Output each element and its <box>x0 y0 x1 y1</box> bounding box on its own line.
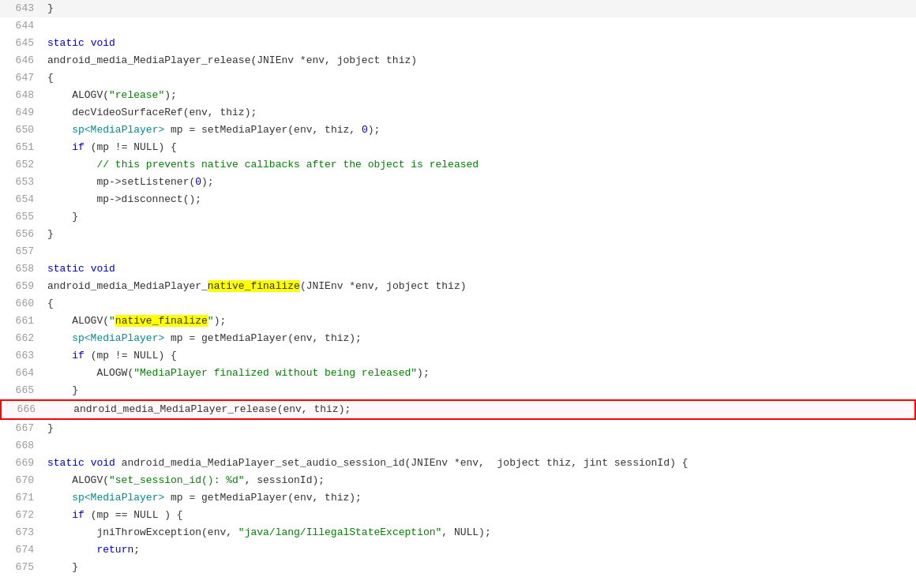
line-num-663: 663 <box>0 347 43 365</box>
line-content-675: } <box>43 559 78 576</box>
code-line-656: 656 } <box>0 226 916 243</box>
code-line-658: 658 static void <box>0 260 916 278</box>
line-content-656: } <box>43 226 54 243</box>
line-num-669: 669 <box>0 455 43 472</box>
line-content-654: mp->disconnect(); <box>43 191 201 208</box>
code-line-646: 646 android_media_MediaPlayer_release(JN… <box>0 52 916 69</box>
code-viewer: 643 } 644 645 static void 646 android_me… <box>0 0 916 588</box>
line-num-672: 672 <box>0 507 43 524</box>
code-line-670: 670 ALOGV("set_session_id(): %d", sessio… <box>0 472 916 489</box>
line-num-652: 652 <box>0 156 43 174</box>
line-num-675: 675 <box>0 559 43 576</box>
line-content-660: { <box>43 295 54 313</box>
line-num-647: 647 <box>0 69 43 87</box>
code-line-657: 657 <box>0 243 916 260</box>
line-content-661: ALOGV("native_finalize"); <box>43 313 226 330</box>
code-line-667: 667 } <box>0 420 916 437</box>
line-content-664: ALOGW("MediaPlayer finalized without bei… <box>43 365 430 382</box>
code-line-665: 665 } <box>0 382 916 399</box>
line-num-644: 644 <box>0 17 43 35</box>
line-content-646: android_media_MediaPlayer_release(JNIEnv… <box>43 52 417 69</box>
line-content-652: // this prevents native callbacks after … <box>43 156 479 174</box>
code-line-664: 664 ALOGW("MediaPlayer finalized without… <box>0 365 916 382</box>
line-content-672: if (mp == NULL ) { <box>43 507 183 524</box>
line-num-646: 646 <box>0 52 43 69</box>
line-content-655: } <box>43 208 78 226</box>
line-content-669: static void android_media_MediaPlayer_se… <box>43 455 688 472</box>
line-content-662: sp<MediaPlayer> mp = getMediaPlayer(env,… <box>43 330 362 347</box>
line-content-653: mp->setListener(0); <box>43 174 214 191</box>
code-line-659: 659 android_media_MediaPlayer_native_fin… <box>0 278 916 295</box>
line-num-670: 670 <box>0 472 43 489</box>
line-num-664: 664 <box>0 365 43 382</box>
line-num-667: 667 <box>0 420 43 437</box>
line-content-647: { <box>43 69 54 87</box>
line-content-667: } <box>43 420 54 437</box>
line-num-645: 645 <box>0 35 43 52</box>
line-num-657: 657 <box>0 243 43 260</box>
line-num-653: 653 <box>0 174 43 191</box>
code-line-662: 662 sp<MediaPlayer> mp = getMediaPlayer(… <box>0 330 916 347</box>
line-content-658: static void <box>43 260 115 278</box>
code-line-645: 645 static void <box>0 35 916 52</box>
line-content-648: ALOGV("release"); <box>43 87 177 104</box>
line-num-656: 656 <box>0 226 43 243</box>
line-content-674: return; <box>43 541 140 559</box>
code-line-675: 675 } <box>0 559 916 576</box>
line-num-659: 659 <box>0 278 43 295</box>
code-line-648: 648 ALOGV("release"); <box>0 87 916 104</box>
code-line-651: 651 if (mp != NULL) { <box>0 139 916 156</box>
line-content-673: jniThrowException(env, "java/lang/Illega… <box>43 524 491 541</box>
line-num-654: 654 <box>0 191 43 208</box>
code-line-663: 663 if (mp != NULL) { <box>0 347 916 365</box>
line-content-666: android_media_MediaPlayer_release(env, t… <box>45 401 351 418</box>
code-line-654: 654 mp->disconnect(); <box>0 191 916 208</box>
line-num-661: 661 <box>0 313 43 330</box>
line-content-645: static void <box>43 35 115 52</box>
code-line-666: 666 android_media_MediaPlayer_release(en… <box>0 399 916 420</box>
code-line-644: 644 <box>0 17 916 35</box>
line-num-673: 673 <box>0 524 43 541</box>
line-num-648: 648 <box>0 87 43 104</box>
line-num-671: 671 <box>0 489 43 507</box>
code-line-661: 661 ALOGV("native_finalize"); <box>0 313 916 330</box>
code-line-669: 669 static void android_media_MediaPlaye… <box>0 455 916 472</box>
line-content-649: decVideoSurfaceRef(env, thiz); <box>43 104 257 122</box>
line-content-651: if (mp != NULL) { <box>43 139 177 156</box>
line-content-659: android_media_MediaPlayer_native_finaliz… <box>43 278 467 295</box>
line-content-663: if (mp != NULL) { <box>43 347 177 365</box>
code-line-650: 650 sp<MediaPlayer> mp = setMediaPlayer(… <box>0 122 916 139</box>
line-num-643: 643 <box>0 0 43 17</box>
code-line-674: 674 return; <box>0 541 916 559</box>
line-content-643: } <box>43 0 54 17</box>
line-content-650: sp<MediaPlayer> mp = setMediaPlayer(env,… <box>43 122 380 139</box>
line-num-662: 662 <box>0 330 43 347</box>
line-num-658: 658 <box>0 260 43 278</box>
line-num-655: 655 <box>0 208 43 226</box>
line-num-674: 674 <box>0 541 43 559</box>
code-line-653: 653 mp->setListener(0); <box>0 174 916 191</box>
code-line-672: 672 if (mp == NULL ) { <box>0 507 916 524</box>
line-num-660: 660 <box>0 295 43 313</box>
code-line-652: 652 // this prevents native callbacks af… <box>0 156 916 174</box>
line-content-665: } <box>43 382 78 399</box>
line-num-665: 665 <box>0 382 43 399</box>
line-num-650: 650 <box>0 122 43 139</box>
code-line-649: 649 decVideoSurfaceRef(env, thiz); <box>0 104 916 122</box>
line-content-670: ALOGV("set_session_id(): %d", sessionId)… <box>43 472 325 489</box>
code-line-660: 660 { <box>0 295 916 313</box>
line-num-651: 651 <box>0 139 43 156</box>
code-line-673: 673 jniThrowException(env, "java/lang/Il… <box>0 524 916 541</box>
code-line-647: 647 { <box>0 69 916 87</box>
code-line-643: 643 } <box>0 0 916 17</box>
code-line-668: 668 <box>0 437 916 455</box>
line-content-671: sp<MediaPlayer> mp = getMediaPlayer(env,… <box>43 489 362 507</box>
line-num-666: 666 <box>2 401 45 418</box>
line-num-649: 649 <box>0 104 43 122</box>
code-line-671: 671 sp<MediaPlayer> mp = getMediaPlayer(… <box>0 489 916 507</box>
line-num-668: 668 <box>0 437 43 455</box>
code-line-655: 655 } <box>0 208 916 226</box>
